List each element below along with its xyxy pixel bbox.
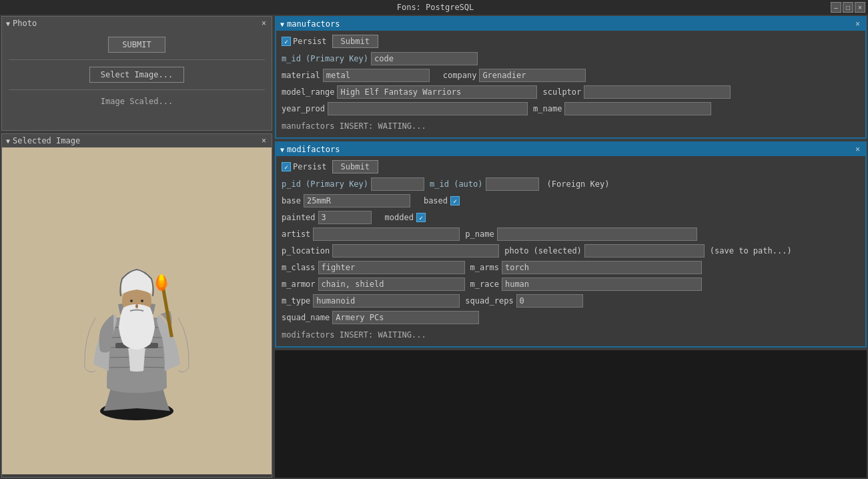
photo-close-button[interactable]: × xyxy=(260,19,268,28)
modifactors-painted-row: painted modded ✓ xyxy=(282,211,860,224)
modifactors-squadname-row: squad_name xyxy=(282,311,860,324)
foreign-key-label: (Foreign Key) xyxy=(547,179,610,189)
pid-input[interactable] xyxy=(371,177,424,191)
company-input[interactable] xyxy=(479,69,586,82)
sculptor-input[interactable] xyxy=(584,85,731,99)
material-label: material xyxy=(282,71,320,80)
year-prod-input[interactable] xyxy=(328,102,528,115)
manufactors-persist-checkbox[interactable]: ✓ xyxy=(282,37,291,46)
modifactors-triangle-icon: ▼ xyxy=(280,146,284,153)
manufactors-persist-checkbox-container[interactable]: ✓ Persist xyxy=(282,37,327,46)
manufactors-persist-label: Persist xyxy=(293,37,327,46)
manufactors-panel: ▼ manufactors × ✓ Persist Submit m_id (P… xyxy=(275,16,867,139)
manufactors-close-button[interactable]: × xyxy=(854,19,861,29)
modifactors-status: modifactors INSERT: WAITING... xyxy=(282,328,860,342)
photo-panel-body: SUBMIT Select Image... Image Scaled... xyxy=(2,30,272,130)
squad-name-label: squad_name xyxy=(282,313,330,322)
image-scaled-text: Image Scaled... xyxy=(101,97,173,106)
marmor-input[interactable] xyxy=(318,278,465,291)
modifactors-submit-button[interactable]: Submit xyxy=(332,160,378,173)
marmor-label: m_armor xyxy=(282,280,316,289)
photo-header-label: Photo xyxy=(13,19,37,28)
mrace-input[interactable] xyxy=(502,278,702,291)
miniature-figure-svg xyxy=(57,197,217,424)
year-prod-label: year_prod xyxy=(282,104,325,113)
modifactors-persist-checkbox[interactable]: ✓ xyxy=(282,162,291,171)
miniature-image-area xyxy=(2,147,272,474)
base-label: base xyxy=(282,196,301,205)
close-button[interactable]: × xyxy=(855,2,865,13)
manufactors-header[interactable]: ▼ manufactors × xyxy=(276,17,865,31)
photo-section: ▼ Photo × SUBMIT Select Image... Image S… xyxy=(1,16,272,131)
modifactors-mid-label: m_id (auto) xyxy=(430,179,482,189)
modifactors-pid-row: p_id (Primary Key) m_id (auto) (Foreign … xyxy=(282,177,860,191)
manufactors-material-row: material company xyxy=(282,69,860,82)
squad-reps-input[interactable] xyxy=(516,294,583,308)
select-image-button[interactable]: Select Image... xyxy=(89,67,184,83)
plocation-input[interactable] xyxy=(332,244,499,258)
modifactors-plocation-row: p_location photo (selected) (save to pat… xyxy=(282,244,860,258)
minimize-button[interactable]: – xyxy=(831,2,841,13)
manufactors-model-range-row: model_range sculptor xyxy=(282,85,860,99)
title-bar: Fons: PostgreSQL – □ × xyxy=(0,0,868,15)
modifactors-persist-checkbox-container[interactable]: ✓ Persist xyxy=(282,162,327,171)
model-range-input[interactable] xyxy=(337,85,537,99)
photo-panel-header[interactable]: ▼ Photo × xyxy=(2,17,272,30)
base-input[interactable] xyxy=(304,194,410,207)
sculptor-label: sculptor xyxy=(542,87,581,97)
photo-input[interactable] xyxy=(584,244,705,258)
material-input[interactable] xyxy=(323,69,430,82)
squad-name-input[interactable] xyxy=(332,311,479,324)
manufactors-title: manufactors xyxy=(287,19,340,29)
painted-input[interactable] xyxy=(318,211,372,224)
window-title: Fons: PostgreSQL xyxy=(40,3,831,12)
bottom-area xyxy=(275,350,867,478)
manufactors-form-body: ✓ Persist Submit m_id (Primary Key) mate… xyxy=(276,31,865,137)
painted-label: painted xyxy=(282,213,316,222)
artist-label: artist xyxy=(282,229,310,239)
save-to-path-label: (save to path...) xyxy=(710,246,792,256)
modifactors-mclass-row: m_class m_arms xyxy=(282,261,860,274)
pname-input[interactable] xyxy=(497,227,697,241)
selected-image-label: Selected Image xyxy=(13,136,80,145)
svg-point-9 xyxy=(130,300,133,302)
manufactors-submit-button[interactable]: Submit xyxy=(332,35,378,48)
based-checkbox[interactable]: ✓ xyxy=(450,196,460,205)
modifactors-artist-row: artist p_name xyxy=(282,227,860,241)
selected-image-triangle-icon: ▼ xyxy=(6,137,10,145)
selected-image-header[interactable]: ▼ Selected Image × xyxy=(2,134,272,147)
mtype-label: m_type xyxy=(282,296,310,306)
m-name-label: m_name xyxy=(533,104,562,113)
svg-point-10 xyxy=(141,300,143,302)
modifactors-form-body: ✓ Persist Submit p_id (Primary Key) m_id… xyxy=(276,156,865,346)
modifactors-close-button[interactable]: × xyxy=(854,145,861,154)
maximize-button[interactable]: □ xyxy=(843,2,853,13)
mtype-input[interactable] xyxy=(313,294,460,308)
modifactors-mid-input[interactable] xyxy=(486,177,539,191)
modifactors-header[interactable]: ▼ modifactors × xyxy=(276,143,865,156)
mid-input[interactable] xyxy=(371,52,478,65)
artist-input[interactable] xyxy=(313,227,460,241)
modifactors-title: modifactors xyxy=(287,145,340,154)
manufactors-persist-row: ✓ Persist Submit xyxy=(282,35,860,48)
window-controls[interactable]: – □ × xyxy=(831,2,868,13)
mclass-input[interactable] xyxy=(318,261,465,274)
m-name-input[interactable] xyxy=(564,102,711,115)
marms-label: m_arms xyxy=(470,263,499,272)
selected-image-close-button[interactable]: × xyxy=(260,136,268,145)
model-range-label: model_range xyxy=(282,87,334,97)
left-panel: ▼ Photo × SUBMIT Select Image... Image S… xyxy=(0,15,274,479)
modifactors-mtype-row: m_type squad_reps xyxy=(282,294,860,308)
collapse-triangle-icon: ▼ xyxy=(6,20,10,27)
right-panel: ▼ manufactors × ✓ Persist Submit m_id (P… xyxy=(274,15,868,479)
manufactors-status: manufactors INSERT: WAITING... xyxy=(282,119,860,133)
pid-label: p_id (Primary Key) xyxy=(282,179,368,189)
marms-input[interactable] xyxy=(502,261,702,274)
photo-label: photo (selected) xyxy=(504,246,582,256)
mclass-label: m_class xyxy=(282,263,316,272)
photo-submit-button[interactable]: SUBMIT xyxy=(108,37,165,53)
svg-point-7 xyxy=(155,280,168,288)
pname-label: p_name xyxy=(465,229,494,239)
modded-checkbox[interactable]: ✓ xyxy=(416,213,426,222)
svg-point-11 xyxy=(135,304,138,308)
